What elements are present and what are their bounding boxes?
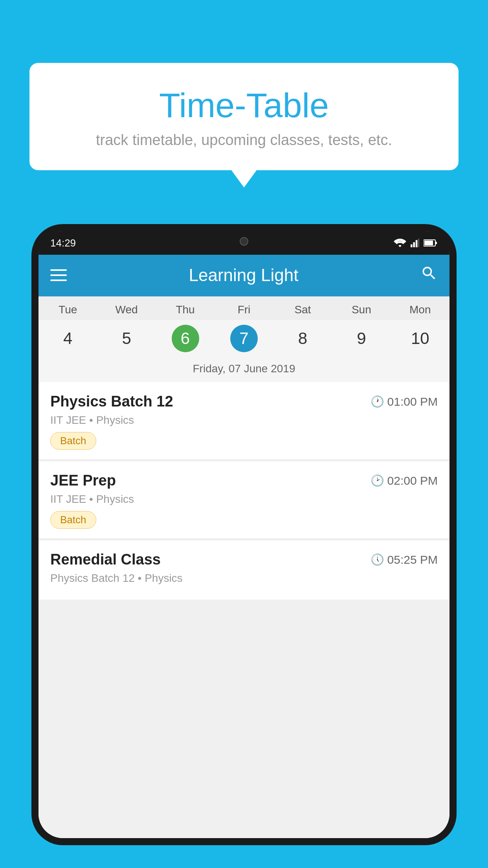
schedule-item-1-subtitle: IIT JEE • Physics [50, 414, 438, 427]
day-8[interactable]: 8 [273, 325, 332, 352]
schedule-item-1-badge: Batch [50, 432, 96, 450]
day-10[interactable]: 10 [391, 325, 449, 352]
day-name-mon: Mon [391, 303, 449, 316]
bubble-subtitle: track timetable, upcoming classes, tests… [45, 132, 443, 149]
schedule-item-3-time-text: 05:25 PM [387, 553, 438, 566]
schedule-list: Physics Batch 12 🕐 01:00 PM IIT JEE • Ph… [39, 382, 449, 838]
schedule-item-2-time: 🕑 02:00 PM [371, 474, 438, 487]
day-name-fri: Fri [215, 303, 273, 316]
schedule-item-2-header: JEE Prep 🕑 02:00 PM [50, 472, 438, 489]
calendar-header: Tue Wed Thu Fri Sat Sun Mon 4 5 6 7 [39, 296, 449, 382]
selected-date: Friday, 07 June 2019 [39, 359, 449, 382]
day-circle-today[interactable]: 6 [172, 325, 199, 352]
schedule-item-3-time: 🕔 05:25 PM [371, 553, 438, 566]
status-icons [394, 239, 438, 247]
clock-icon-3: 🕔 [371, 553, 384, 566]
svg-rect-2 [416, 240, 418, 247]
notch [213, 231, 275, 252]
schedule-item-2-subtitle: IIT JEE • Physics [50, 493, 438, 506]
schedule-item-3-subtitle: Physics Batch 12 • Physics [50, 572, 438, 585]
schedule-item-3-header: Remedial Class 🕔 05:25 PM [50, 551, 438, 568]
day-name-wed: Wed [97, 303, 156, 316]
svg-rect-1 [413, 242, 415, 247]
bubble-title: Time-Table [45, 86, 443, 125]
day-name-sat: Sat [273, 303, 332, 316]
schedule-item-2[interactable]: JEE Prep 🕑 02:00 PM IIT JEE • Physics Ba… [39, 461, 449, 538]
day-9[interactable]: 9 [332, 325, 391, 352]
battery-icon [424, 239, 438, 247]
day-6[interactable]: 6 [156, 325, 215, 352]
wifi-icon [394, 239, 406, 247]
speech-bubble-container: Time-Table track timetable, upcoming cla… [29, 63, 459, 170]
schedule-item-2-badge: Batch [50, 511, 96, 529]
day-name-tue: Tue [39, 303, 97, 316]
svg-rect-6 [435, 242, 437, 244]
day-5[interactable]: 5 [97, 325, 156, 352]
signal-icon [409, 239, 420, 247]
search-button[interactable] [420, 265, 438, 286]
schedule-item-1-title: Physics Batch 12 [50, 393, 173, 410]
phone-outer: 14:29 [31, 224, 457, 845]
app-bar: Learning Light [39, 254, 449, 296]
schedule-item-2-title: JEE Prep [50, 472, 116, 489]
schedule-item-1-time: 🕐 01:00 PM [371, 395, 438, 408]
schedule-item-1-time-text: 01:00 PM [387, 395, 438, 408]
day-numbers-row: 4 5 6 7 8 9 10 [39, 320, 449, 359]
schedule-item-1[interactable]: Physics Batch 12 🕐 01:00 PM IIT JEE • Ph… [39, 382, 449, 459]
day-names-row: Tue Wed Thu Fri Sat Sun Mon [39, 296, 449, 320]
status-bar: 14:29 [39, 231, 449, 255]
phone-mockup: 14:29 [31, 224, 457, 868]
schedule-item-2-time-text: 02:00 PM [387, 474, 438, 487]
day-name-thu: Thu [156, 303, 215, 316]
day-name-sun: Sun [332, 303, 391, 316]
schedule-item-3[interactable]: Remedial Class 🕔 05:25 PM Physics Batch … [39, 540, 449, 600]
svg-rect-5 [424, 241, 433, 245]
svg-rect-0 [411, 245, 413, 247]
menu-button[interactable] [50, 269, 67, 281]
day-4[interactable]: 4 [39, 325, 97, 352]
camera [240, 237, 248, 246]
svg-rect-3 [418, 239, 419, 247]
status-time: 14:29 [50, 237, 76, 249]
clock-icon-1: 🕐 [371, 395, 384, 408]
app-bar-title: Learning Light [189, 265, 299, 285]
schedule-item-1-header: Physics Batch 12 🕐 01:00 PM [50, 393, 438, 410]
day-circle-selected[interactable]: 7 [230, 325, 258, 352]
speech-bubble: Time-Table track timetable, upcoming cla… [29, 63, 459, 170]
phone-screen: Learning Light Tue Wed Thu Fri Sat Sun M… [39, 231, 449, 838]
day-7[interactable]: 7 [215, 325, 273, 352]
clock-icon-2: 🕑 [371, 474, 384, 487]
schedule-item-3-title: Remedial Class [50, 551, 161, 568]
